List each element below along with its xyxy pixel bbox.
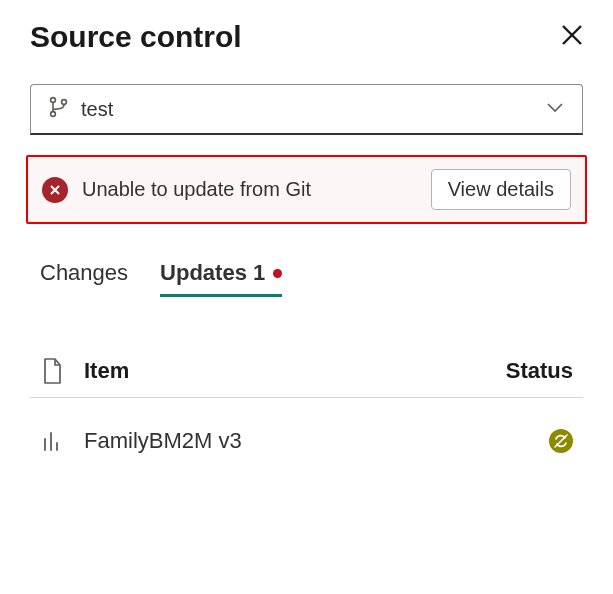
header-icon-col <box>40 357 84 385</box>
svg-point-4 <box>62 100 67 105</box>
header-status-label: Status <box>506 358 573 384</box>
bar-chart-icon <box>40 429 64 453</box>
close-icon <box>561 24 583 46</box>
item-type-icon <box>40 429 84 453</box>
item-name: FamilyBM2M v3 <box>84 428 549 454</box>
updates-indicator-dot <box>273 269 282 278</box>
table-row[interactable]: FamilyBM2M v3 <box>30 422 583 460</box>
svg-point-2 <box>51 98 56 103</box>
tab-changes-label: Changes <box>40 260 128 286</box>
table-header: Item Status <box>30 357 583 398</box>
panel-header: Source control <box>30 20 583 54</box>
svg-point-3 <box>51 112 56 117</box>
tab-bar: Changes Updates 1 <box>40 254 573 297</box>
status-badge <box>549 429 573 453</box>
chevron-down-icon <box>544 96 566 122</box>
file-icon <box>40 357 64 385</box>
panel-title: Source control <box>30 20 242 54</box>
tab-updates-label: Updates 1 <box>160 260 265 286</box>
branch-name: test <box>81 98 544 121</box>
error-message: Unable to update from Git <box>82 178 417 201</box>
branch-selector[interactable]: test <box>30 84 583 135</box>
error-banner: Unable to update from Git View details <box>26 155 587 224</box>
tab-changes[interactable]: Changes <box>40 254 128 297</box>
error-icon <box>42 177 68 203</box>
view-details-button[interactable]: View details <box>431 169 571 210</box>
branch-icon <box>47 95 71 123</box>
header-item-label: Item <box>84 358 506 384</box>
close-button[interactable] <box>561 23 583 51</box>
tab-updates[interactable]: Updates 1 <box>160 254 282 297</box>
sync-disabled-icon <box>553 433 569 449</box>
